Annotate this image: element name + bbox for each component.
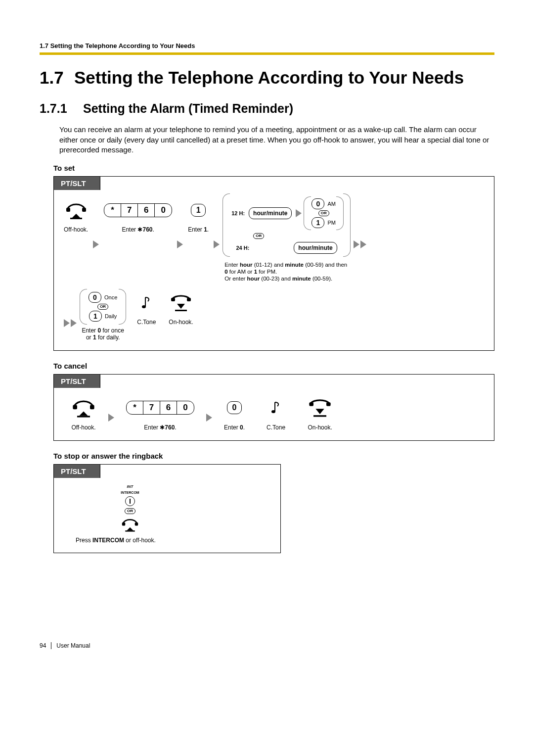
key-star: * [127, 401, 143, 414]
onhook-caption: On-hook. [308, 425, 332, 431]
key-star: * [104, 204, 121, 217]
enter-0-caption: Enter 0. [224, 425, 245, 431]
footer-label: User Manual [56, 642, 90, 649]
label-once: Once [104, 294, 117, 300]
svg-rect-0 [66, 208, 70, 212]
key-1: 1 [191, 204, 206, 217]
handset-onhook-icon [169, 289, 193, 316]
subsection-heading: 1.7.1Setting the Alarm (Timed Reminder) [40, 101, 494, 116]
label-24h: 24 H: [236, 245, 249, 251]
svg-rect-16 [125, 530, 134, 531]
svg-rect-5 [187, 298, 191, 301]
svg-rect-2 [70, 218, 82, 219]
label-am: AM [327, 201, 336, 207]
section-number: 1.7 [40, 68, 74, 88]
svg-rect-13 [313, 416, 326, 417]
key-0: 0 [227, 401, 242, 414]
label-daily: Daily [105, 313, 117, 319]
page-footer: 94 User Manual [40, 642, 494, 649]
key-1-pm: 1 [312, 217, 324, 228]
handset-offhook-icon [71, 394, 96, 422]
key-1-daily: 1 [89, 311, 102, 322]
handset-onhook-icon [307, 394, 333, 422]
to-set-box: PT/SLT Off-hook. [53, 176, 494, 351]
enter-star760-caption: Enter ✱760. [122, 227, 154, 234]
key-0: 0 [155, 204, 172, 217]
svg-rect-8 [90, 405, 94, 410]
to-stop-tab: PT/SLT [53, 464, 100, 478]
music-note-icon [141, 289, 152, 316]
header-rule [40, 52, 494, 55]
freq-caption: Enter 0 for once or 1 for daily. [82, 328, 124, 341]
or-chip: OR [253, 233, 264, 239]
or-chip: OR [125, 508, 135, 514]
intercom-button-icon [125, 496, 135, 506]
or-chip: OR [318, 210, 329, 216]
int-label: INT [127, 484, 134, 489]
key-7: 7 [121, 204, 138, 217]
arrow-icon [214, 240, 220, 248]
music-note-icon [270, 394, 281, 422]
enter-star760-caption: Enter ✱760. [144, 425, 176, 431]
arrow-icon [177, 240, 183, 248]
svg-rect-15 [135, 522, 138, 525]
to-stop-title: To stop or answer the ringback [53, 452, 494, 460]
to-cancel-title: To cancel [53, 362, 494, 370]
key-6: 6 [160, 401, 177, 414]
key-hourminute-24: hour/minute [294, 242, 337, 254]
subsection-number: 1.7.1 [40, 101, 83, 116]
key-0-am: 0 [312, 198, 324, 209]
svg-rect-1 [82, 208, 86, 212]
arrow-icon [93, 240, 99, 248]
label-pm: PM [327, 220, 336, 226]
svg-rect-11 [309, 403, 313, 407]
svg-point-10 [271, 410, 275, 413]
enter-1-caption: Enter 1. [188, 227, 209, 234]
key-6: 6 [138, 204, 155, 217]
intercom-label: INTERCOM [121, 491, 139, 494]
arrow-icon [108, 414, 114, 422]
arrow-icon [206, 414, 212, 422]
ctone-caption: C.Tone [137, 319, 156, 326]
to-set-title: To set [53, 164, 494, 172]
page-number: 94 [40, 642, 51, 649]
key-hourminute-12: hour/minute [249, 207, 292, 219]
svg-rect-12 [326, 403, 331, 407]
offhook-caption: Off-hook. [64, 227, 88, 234]
to-cancel-box: PT/SLT Off-hook. [53, 374, 494, 441]
onhook-caption: On-hook. [169, 319, 193, 326]
to-cancel-tab: PT/SLT [53, 374, 100, 388]
keypad-star760: * 7 6 0 [104, 203, 172, 217]
handset-offhook-icon [119, 516, 141, 533]
svg-point-3 [142, 305, 146, 308]
svg-rect-6 [175, 310, 187, 311]
or-chip: OR [97, 304, 108, 310]
svg-rect-14 [122, 522, 125, 525]
key-0-once: 0 [89, 292, 101, 303]
key-0: 0 [177, 401, 194, 414]
to-set-tab: PT/SLT [53, 176, 100, 190]
label-12h: 12 H: [231, 210, 245, 216]
double-arrow-icon [64, 319, 77, 327]
handset-offhook-icon [64, 196, 88, 224]
svg-rect-9 [77, 416, 90, 418]
section-heading: 1.7Setting the Telephone According to Yo… [40, 68, 494, 88]
arrow-icon [296, 209, 302, 217]
key-7: 7 [143, 401, 160, 414]
ctone-caption: C.Tone [267, 425, 285, 431]
section-title: Setting the Telephone According to Your … [74, 68, 480, 88]
double-arrow-icon [354, 240, 366, 248]
offhook-caption: Off-hook. [71, 425, 95, 431]
svg-rect-4 [171, 298, 175, 301]
to-stop-box: PT/SLT INT INTERCOM OR [53, 464, 281, 553]
svg-rect-7 [73, 405, 77, 410]
intercom-caption: Press INTERCOM or off-hook. [76, 537, 273, 544]
running-header: 1.7 Setting the Telephone According to Y… [40, 42, 494, 49]
time-entry-note: Enter hour (01-12) and minute (00-59) an… [224, 262, 349, 282]
intro-paragraph: You can receive an alarm at your telepho… [59, 125, 494, 155]
keypad-star760: * 7 6 0 [126, 401, 194, 415]
subsection-title: Setting the Alarm (Timed Reminder) [83, 101, 293, 115]
